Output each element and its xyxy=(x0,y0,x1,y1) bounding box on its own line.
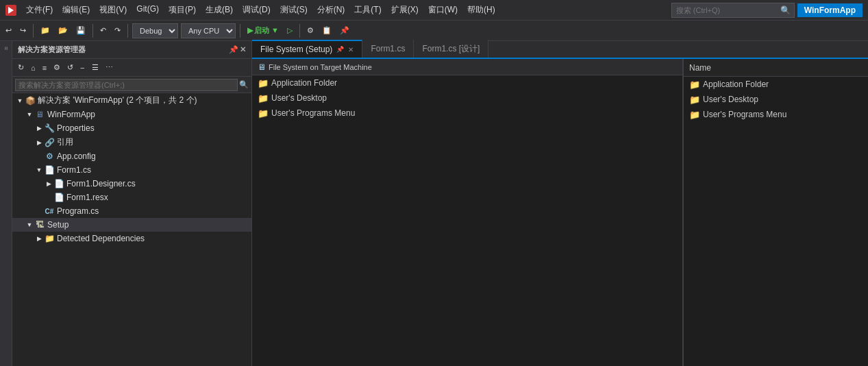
redo-button[interactable]: ↷ xyxy=(112,25,123,36)
expand-icon: ▶ xyxy=(44,179,53,188)
sidebar-search-bar: 🔍 xyxy=(12,77,251,93)
tab-form1design-label: Form1.cs [设计] xyxy=(422,43,480,55)
solution-explorer-title: 解决方案资源管理器 xyxy=(18,45,86,55)
prop-item-programs[interactable]: 📁 User's Programs Menu xyxy=(684,107,868,122)
toolbar-sep-2 xyxy=(92,24,93,38)
start-no-debug-button[interactable]: ▷ xyxy=(284,25,295,36)
csproj-icon: 🖥 xyxy=(34,109,45,120)
undo-button[interactable]: ↶ xyxy=(97,25,109,36)
fs-panel-icon: 🖥 xyxy=(258,62,266,72)
global-search-input[interactable] xyxy=(671,3,795,18)
tree-item-form1cs[interactable]: ▼ 📄 Form1.cs xyxy=(12,163,251,177)
extra-btn-2[interactable]: 📋 xyxy=(319,25,334,36)
tab-filesystem-close[interactable]: ✕ xyxy=(348,46,354,53)
menu-window[interactable]: 窗口(W) xyxy=(424,2,462,18)
settings-icon[interactable]: ⚙ xyxy=(51,62,63,73)
extra-btn-3[interactable]: 📌 xyxy=(337,25,352,36)
debug-config-select[interactable]: Debug xyxy=(132,23,178,38)
prop-name-label: Name xyxy=(689,63,711,73)
save-button[interactable]: 💾 xyxy=(73,25,88,36)
prop-appfolder-label: Application Folder xyxy=(703,80,769,89)
properties-label: Properties xyxy=(57,123,95,133)
tree-item-form1resx[interactable]: ▶ 📄 Form1.resx xyxy=(12,191,251,204)
tree-item-programcs[interactable]: ▶ C# Program.cs xyxy=(12,204,251,218)
cpu-config-select[interactable]: Any CPU xyxy=(181,23,236,38)
tabs-bar: File System (Setup) 📌 ✕ Form1.cs Form1.c… xyxy=(252,41,868,59)
folder-icon: 📁 xyxy=(689,79,700,90)
menu-view[interactable]: 视图(V) xyxy=(95,2,131,18)
winformapp-label: WinFormApp xyxy=(47,110,95,119)
view-button[interactable]: ☰ xyxy=(89,62,101,73)
app-title: WinFormApp xyxy=(797,3,863,17)
start-label: 启动 ▼ xyxy=(254,25,279,36)
tree-item-setup[interactable]: ▼ 🏗 Setup xyxy=(12,218,251,232)
references-icon: 🔗 xyxy=(44,137,55,148)
pin-icon[interactable]: 📌 xyxy=(229,45,238,54)
tree-item-references[interactable]: ▶ 🔗 引用 xyxy=(12,135,251,149)
menu-test[interactable]: 测试(S) xyxy=(276,2,312,18)
tab-filesystem-label: File System (Setup) xyxy=(260,45,332,54)
tab-form1cs[interactable]: Form1.cs xyxy=(362,40,414,58)
open-button[interactable]: 📂 xyxy=(55,25,71,36)
tree-item-detected[interactable]: ▶ 📁 Detected Dependencies xyxy=(12,232,251,245)
menu-analyze[interactable]: 分析(N) xyxy=(313,2,349,18)
filter-button[interactable]: ≡ xyxy=(40,62,49,73)
tree-item-appconfig[interactable]: ▶ ⚙ App.config xyxy=(12,149,251,163)
menu-extensions[interactable]: 扩展(X) xyxy=(387,2,423,18)
menu-file[interactable]: 文件(F) xyxy=(22,2,57,18)
tab-form1design[interactable]: Form1.cs [设计] xyxy=(414,40,488,58)
menu-tools[interactable]: 工具(T) xyxy=(350,2,385,18)
setup-icon: 🏗 xyxy=(34,219,45,230)
menu-edit[interactable]: 编辑(E) xyxy=(58,2,94,18)
expand-icon: ▶ xyxy=(34,234,44,243)
activity-label: ≡ xyxy=(3,47,10,50)
tab-filesystem[interactable]: File System (Setup) 📌 ✕ xyxy=(252,40,362,58)
close-sidebar-icon[interactable]: ✕ xyxy=(240,45,246,54)
collapse-button[interactable]: − xyxy=(77,62,87,73)
back-button[interactable]: ↩ xyxy=(3,25,14,36)
properties-panel: Name 📁 Application Folder 📁 User's Deskt… xyxy=(683,59,868,366)
tree-item-properties[interactable]: ▶ 🔧 Properties xyxy=(12,121,251,135)
references-label: 引用 xyxy=(57,136,73,148)
activity-bar: ≡ xyxy=(0,41,12,366)
tree-item-solution[interactable]: ▼ 📦 解决方案 'WinFormApp' (2 个项目，共 2 个) xyxy=(12,93,251,108)
folder-icon: 📁 xyxy=(258,93,269,103)
menu-bar: 文件(F) 编辑(E) 视图(V) Git(G) 项目(P) 生成(B) 调试(… xyxy=(22,2,666,18)
toolbar-sep-5 xyxy=(299,24,300,38)
extra-btn-1[interactable]: ⚙ xyxy=(304,25,317,36)
prop-item-desktop[interactable]: 📁 User's Desktop xyxy=(684,92,868,107)
expand-icon: ▶ xyxy=(34,123,44,133)
menu-git[interactable]: Git(G) xyxy=(132,2,163,18)
fs-item-programs[interactable]: 📁 User's Programs Menu xyxy=(252,106,682,121)
menu-help[interactable]: 帮助(H) xyxy=(463,2,499,18)
csfile-icon: 📄 xyxy=(53,178,64,189)
svg-marker-0 xyxy=(8,7,14,14)
prop-header: Name xyxy=(684,59,868,77)
prop-item-appfolder[interactable]: 📁 Application Folder xyxy=(684,77,868,92)
expand-icon: ▼ xyxy=(25,220,34,230)
form1designer-label: Form1.Designer.cs xyxy=(66,179,136,188)
tab-pin-icon[interactable]: 📌 xyxy=(336,46,344,53)
sidebar-search-icon: 🔍 xyxy=(239,80,249,89)
refresh-button[interactable]: ↺ xyxy=(64,62,76,73)
new-project-button[interactable]: 📁 xyxy=(38,25,53,36)
forward-button[interactable]: ↪ xyxy=(17,25,29,36)
tree-item-form1designer[interactable]: ▶ 📄 Form1.Designer.cs xyxy=(12,177,251,191)
resx-icon: 📄 xyxy=(53,192,64,203)
home-button[interactable]: ⌂ xyxy=(28,62,38,73)
sync-button[interactable]: ↻ xyxy=(15,62,27,73)
sidebar-search-input[interactable] xyxy=(15,79,238,91)
fs-item-appfolder[interactable]: 📁 Application Folder xyxy=(252,75,682,90)
fs-programs-label: User's Programs Menu xyxy=(271,108,355,118)
toolbar-sep-1 xyxy=(33,24,34,38)
expand-icon: ▶ xyxy=(34,138,44,147)
menu-build[interactable]: 生成(B) xyxy=(201,2,237,18)
menu-debug[interactable]: 调试(D) xyxy=(238,2,275,18)
solution-explorer-header: 解决方案资源管理器 📌 ✕ xyxy=(12,41,251,59)
fs-item-desktop[interactable]: 📁 User's Desktop xyxy=(252,90,682,106)
start-button[interactable]: ▶ 启动 ▼ xyxy=(245,24,282,37)
menu-project[interactable]: 项目(P) xyxy=(164,2,200,18)
more-button[interactable]: ⋯ xyxy=(103,62,116,73)
detected-label: Detected Dependencies xyxy=(57,234,145,243)
tree-item-winformapp[interactable]: ▼ 🖥 WinFormApp xyxy=(12,108,251,121)
